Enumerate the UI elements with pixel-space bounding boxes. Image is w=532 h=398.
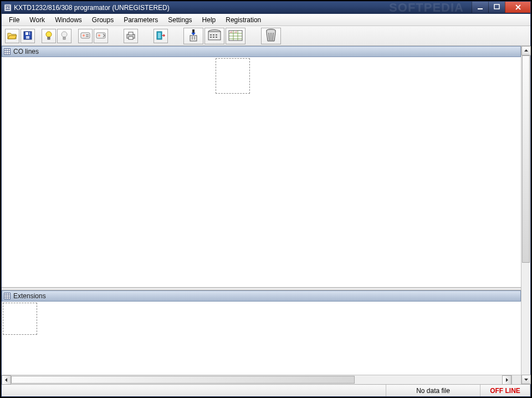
- panel-grid-icon: [3, 48, 11, 55]
- svg-rect-12: [28, 32, 29, 35]
- menubar: File Work Windows Groups Parameters Sett…: [2, 14, 530, 26]
- panel-title-extensions: Extensions: [13, 292, 46, 300]
- horizontal-scrollbar[interactable]: [2, 375, 521, 384]
- svg-rect-16: [63, 37, 65, 39]
- lightbulb-on-icon: [44, 30, 53, 42]
- svg-rect-39: [210, 37, 212, 38]
- pbx-device-icon: [207, 29, 222, 43]
- menu-groups[interactable]: Groups: [87, 14, 119, 25]
- card-co-button[interactable]: [78, 29, 93, 43]
- svg-rect-11: [26, 36, 29, 39]
- menu-parameters[interactable]: Parameters: [119, 14, 163, 25]
- svg-rect-20: [86, 36, 89, 37]
- svg-rect-38: [216, 34, 217, 35]
- vscroll-thumb[interactable]: [522, 55, 530, 263]
- svg-rect-3: [8, 7, 10, 8]
- status-datafile: No data file: [386, 385, 480, 396]
- svg-point-13: [46, 32, 52, 37]
- panel-header-co-lines[interactable]: CO lines: [2, 46, 521, 57]
- svg-rect-6: [494, 4, 499, 9]
- menu-registration[interactable]: Registration: [221, 14, 266, 25]
- svg-point-31: [194, 37, 195, 38]
- menu-help[interactable]: Help: [197, 14, 221, 25]
- pbx-device-button[interactable]: [204, 28, 224, 44]
- svg-point-22: [98, 34, 100, 37]
- upload-pbx-button[interactable]: [183, 28, 203, 44]
- svg-rect-25: [129, 37, 133, 39]
- svg-rect-14: [48, 37, 50, 39]
- vscroll-track[interactable]: [521, 55, 530, 375]
- save-button[interactable]: [21, 29, 35, 43]
- scroll-corner: [511, 375, 521, 384]
- ext-placeholder-box[interactable]: [3, 303, 37, 335]
- svg-rect-40: [213, 37, 214, 38]
- card-ext-button[interactable]: [94, 29, 108, 43]
- svg-rect-27: [158, 33, 161, 38]
- maximize-button[interactable]: [488, 2, 505, 13]
- card-co-icon: [80, 32, 90, 40]
- watermark: SOFTPEDIA: [389, 1, 464, 15]
- svg-rect-21: [96, 33, 105, 38]
- scroll-right-button[interactable]: [502, 375, 511, 385]
- scroll-up-button[interactable]: [521, 46, 531, 55]
- panel-body-co-lines: [2, 57, 521, 287]
- lightbulb-off-icon: [60, 30, 69, 42]
- scroll-left-button[interactable]: [2, 375, 11, 385]
- hscroll-thumb[interactable]: [11, 376, 355, 384]
- svg-rect-4: [6, 9, 10, 10]
- menu-work[interactable]: Work: [24, 14, 50, 25]
- open-button[interactable]: [5, 29, 19, 43]
- bulb-off-button[interactable]: [57, 29, 71, 43]
- close-button[interactable]: [505, 2, 530, 13]
- svg-point-32: [192, 38, 193, 39]
- card-ext-icon: [96, 32, 106, 40]
- vertical-scrollbar[interactable]: [521, 46, 530, 384]
- upload-pbx-icon: [187, 29, 200, 43]
- menu-settings[interactable]: Settings: [163, 14, 197, 25]
- exit-button[interactable]: [154, 29, 168, 43]
- svg-rect-17: [81, 33, 90, 38]
- scroll-down-button[interactable]: [521, 375, 531, 384]
- svg-rect-59: [4, 293, 11, 299]
- trash-button[interactable]: [261, 28, 281, 44]
- print-button[interactable]: [124, 29, 138, 43]
- minimize-button[interactable]: [472, 2, 488, 13]
- hscroll-track[interactable]: [11, 375, 502, 384]
- panel-header-extensions[interactable]: Extensions: [2, 290, 521, 302]
- status-main: [2, 385, 386, 396]
- data-table-button[interactable]: abcd: [226, 28, 245, 44]
- trash-icon: [265, 28, 277, 44]
- svg-point-33: [194, 38, 195, 39]
- panel-title-co-lines: CO lines: [13, 48, 39, 55]
- menu-windows[interactable]: Windows: [50, 14, 87, 25]
- door-exit-icon: [156, 30, 166, 42]
- svg-rect-41: [216, 37, 217, 38]
- svg-rect-24: [129, 32, 133, 35]
- svg-rect-1: [6, 6, 10, 7]
- svg-rect-19: [86, 34, 89, 35]
- app-window: KXTD1232/816/308 programator (UNREGISTER…: [1, 1, 531, 397]
- svg-rect-36: [210, 34, 212, 35]
- data-table-icon: abcd: [228, 29, 243, 43]
- svg-rect-29: [190, 35, 197, 41]
- svg-rect-54: [4, 49, 11, 55]
- menu-file[interactable]: File: [4, 14, 24, 25]
- co-placeholder-box[interactable]: [216, 58, 250, 94]
- status-offline: OFF LINE: [480, 385, 530, 396]
- panel-body-extensions: [2, 302, 521, 375]
- svg-rect-28: [192, 29, 195, 33]
- bulb-on-button[interactable]: [42, 29, 56, 43]
- printer-icon: [126, 31, 136, 41]
- app-icon: [4, 4, 12, 12]
- svg-text:ab: ab: [230, 30, 233, 33]
- window-title: KXTD1232/816/308 programator (UNREGISTER…: [14, 4, 170, 12]
- statusbar: No data file OFF LINE: [2, 384, 530, 396]
- svg-point-30: [192, 37, 193, 38]
- svg-point-15: [62, 32, 67, 37]
- save-icon: [23, 31, 32, 41]
- toolbar: abcd: [2, 26, 530, 46]
- svg-point-18: [83, 34, 85, 37]
- svg-rect-35: [208, 32, 221, 40]
- content-column: CO lines Extensions: [2, 46, 521, 384]
- svg-rect-37: [213, 34, 214, 35]
